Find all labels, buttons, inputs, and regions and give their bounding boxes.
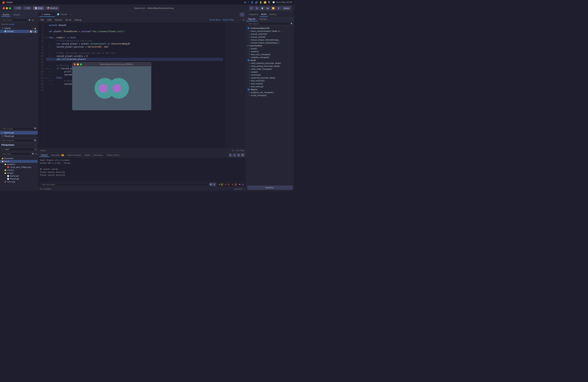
debug-close-btn[interactable] <box>74 63 76 65</box>
console-filter-btn[interactable]: ☰ <box>237 153 240 157</box>
signal-filter-input[interactable] <box>247 22 290 25</box>
nav-back-icon[interactable]: ‹ <box>235 19 238 21</box>
panel-options-icon[interactable]: ⋮ <box>34 14 36 16</box>
game-tab-close-icon[interactable]: ✕ <box>51 13 53 16</box>
view-2d-button[interactable]: ⬡ 2D <box>14 6 22 10</box>
fs-item-scenes[interactable]: 📁 scenes <box>0 169 38 172</box>
tab-output[interactable]: Output <box>39 153 49 157</box>
next-button[interactable]: ⏩ <box>271 6 276 10</box>
close-button[interactable] <box>3 7 5 9</box>
nav-forward-icon[interactable]: › <box>238 19 242 21</box>
filter-search-btn[interactable]: 🔍 <box>209 183 213 186</box>
planet-visibility-icon[interactable]: 👁 <box>32 31 34 33</box>
fs-item-planetgd[interactable]: 📄 Planet.gd <box>0 177 38 180</box>
fs-item-gamegd[interactable]: 📄 Game.gd <box>0 174 38 177</box>
filesystem-options-icon[interactable]: ⋮ <box>34 144 36 146</box>
minimize-button[interactable] <box>6 7 8 9</box>
signal-visibility-changed[interactable]: ↪ visibility_changed() <box>246 56 294 59</box>
signal-child-order-changed[interactable]: ↪ child_order_changed() <box>246 68 294 71</box>
tab-audio[interactable]: Audio <box>83 154 92 157</box>
tab-animation[interactable]: Animation <box>92 154 105 157</box>
tab-debugger[interactable]: Debugger 1 <box>49 154 65 157</box>
signal-child-entered-tree[interactable]: ↪ child_entered_tree(node: Node) <box>246 62 294 65</box>
script-filter-icon[interactable]: 🔍 <box>34 127 37 130</box>
fs-path-input[interactable] <box>4 148 34 151</box>
fs-forward-icon[interactable]: › <box>2 148 3 151</box>
fs-item-circle-pink[interactable]: 🔴 circle_pink_128px.png <box>0 166 38 169</box>
script-item-planet[interactable]: ⬡ Planet.gd <box>0 134 38 138</box>
fs-item-scripts[interactable]: 📁 scripts <box>0 172 38 174</box>
step-button[interactable]: ⏭ <box>265 6 270 10</box>
fs-grid-icon[interactable]: ⊞ <box>35 148 37 151</box>
panel-menu-icon[interactable]: ⋮ <box>35 19 37 21</box>
filter-methods-input[interactable] <box>1 139 34 142</box>
debug-max-btn[interactable] <box>80 63 82 65</box>
filter-search-icon[interactable]: 🔍 <box>29 19 31 21</box>
fs-item-res[interactable]: 📁 res:// <box>0 160 38 163</box>
signal-mouse-shape-exited[interactable]: ↪ mouse_shape_exited(shape_i... <box>246 41 294 44</box>
methods-filter-icon[interactable]: 🔍 <box>34 139 37 142</box>
planet-lock-icon[interactable]: 🔒 <box>34 31 36 33</box>
tab-history[interactable]: History <box>268 13 278 16</box>
tab-planet[interactable]: 🌍 Planet <box>55 13 69 17</box>
game-visibility-icon[interactable]: 👁 <box>32 27 34 29</box>
game-lock-icon[interactable]: 🔒 <box>34 27 36 29</box>
editor-menu-icon[interactable]: ☰ <box>243 19 245 21</box>
stop-button[interactable]: ⏹ <box>260 6 265 10</box>
refresh-button[interactable]: ↺ <box>249 6 254 10</box>
signal-search-icon[interactable]: 🔍 <box>291 23 293 25</box>
tab-game[interactable]: ⬡ Game ✕ <box>39 13 55 17</box>
script-button[interactable]: 📜 Script <box>33 6 44 10</box>
signal-mouse-entered[interactable]: ↪ mouse_entered() <box>246 33 294 36</box>
console-clear-btn[interactable]: ⬡ <box>233 153 236 157</box>
signal-tree-entered[interactable]: ↪ tree_entered() <box>246 79 294 82</box>
tab-scene[interactable]: Scene <box>1 13 10 17</box>
view-3d-button[interactable]: ⬡ 3D <box>23 6 32 10</box>
planet-script-icon[interactable]: 📜 <box>30 31 32 33</box>
tree-item-planet[interactable]: 🌍 Planet 📜 👁 🔒 <box>0 30 38 33</box>
frame-button[interactable]: ⫸ <box>276 6 281 10</box>
assetlib-button[interactable]: 📦 AssetLib <box>45 6 59 10</box>
fs-item-graphics[interactable]: 📁 graphics <box>0 163 38 166</box>
connect-button[interactable]: Connect... <box>247 186 293 190</box>
signal-input-event[interactable]: ↪ input_event(viewport: Node, e... <box>246 30 294 33</box>
menu-file[interactable]: File <box>39 18 45 21</box>
fs-filter-input[interactable] <box>1 152 31 155</box>
signal-draw[interactable]: ↪ draw() <box>246 47 294 50</box>
filter-messages-input[interactable] <box>41 183 209 186</box>
remote-tab[interactable]: Remote <box>1 23 9 25</box>
script-item-game[interactable]: ⬡ Game.gd <box>0 131 38 134</box>
filter-scripts-input[interactable] <box>1 127 34 130</box>
fullscreen-editor-button[interactable]: ⛶ <box>240 13 245 17</box>
mobile-button[interactable]: Mobile <box>282 6 291 10</box>
menu-search[interactable]: Search <box>53 18 63 21</box>
local-tab[interactable]: Local <box>9 23 14 25</box>
add-tab-button[interactable]: + <box>70 13 72 16</box>
signal-ready[interactable]: ↪ ready() <box>246 71 294 74</box>
signal-child-exiting-tree[interactable]: ↪ child_exiting_tree(node: Node) <box>246 65 294 68</box>
fs-back-icon[interactable]: ‹ <box>1 148 2 151</box>
tab-shader-editor[interactable]: Shader Editor <box>105 154 121 157</box>
search-help-link[interactable]: Search Help <box>223 19 234 21</box>
tab-node[interactable]: Node <box>260 12 268 17</box>
console-search-btn[interactable]: 🔍 <box>241 153 245 157</box>
tab-inspector[interactable]: Inspector <box>247 13 260 16</box>
signal-renamed[interactable]: ↪ renamed() <box>246 74 294 76</box>
subtab-groups[interactable]: Groups <box>257 17 269 21</box>
filter-extra-icon[interactable]: ⬛ <box>32 19 34 21</box>
filter-menu-btn[interactable]: ℹ <box>213 183 216 186</box>
signal-item-rect-changed[interactable]: ↪ item_rect_changed() <box>246 53 294 56</box>
tab-search-results[interactable]: Search Results <box>66 154 83 157</box>
filter-nodes-input[interactable] <box>1 19 28 22</box>
signal-tree-exited[interactable]: ↪ tree_exited() <box>246 82 294 85</box>
signal-hidden[interactable]: ↪ hidden() <box>246 50 294 53</box>
console-copy-btn[interactable]: ⬆ <box>229 153 232 157</box>
signal-tree-exiting[interactable]: ↪ tree_exiting() <box>246 85 294 88</box>
signal-property-list-changed[interactable]: ↪ property_list_changed() <box>246 91 294 94</box>
fs-item-iconsvg[interactable]: 🖼 icon.svg <box>0 180 38 183</box>
signal-mouse-shape-entered[interactable]: ↪ mouse_shape_entered(shape... <box>246 38 294 41</box>
play-pause-button[interactable]: ⏸ <box>254 6 259 10</box>
menu-edit[interactable]: Edit <box>46 18 53 21</box>
signal-script-changed[interactable]: ↪ script_changed() <box>246 94 294 97</box>
fs-filter-sort-icon[interactable]: ⇅ <box>35 153 37 155</box>
